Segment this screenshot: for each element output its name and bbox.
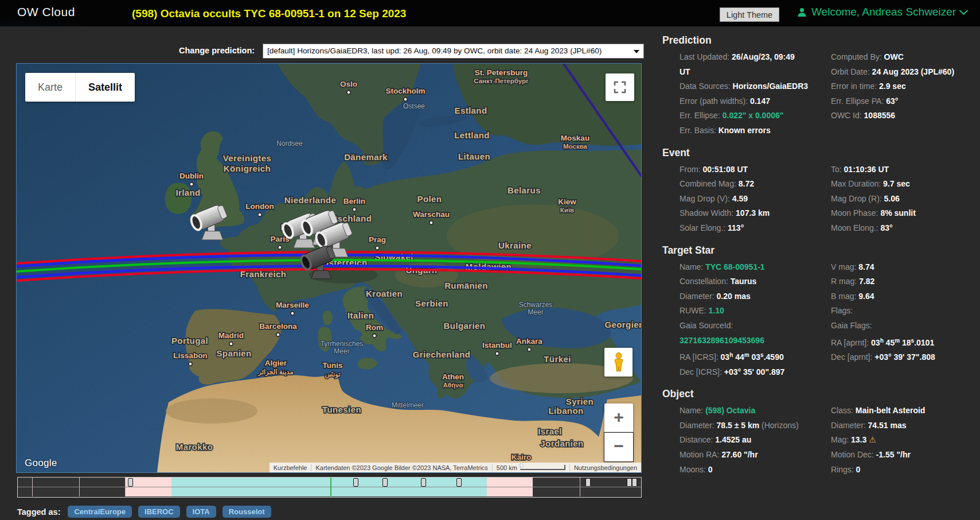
map-label: Ukraine	[498, 240, 532, 250]
field-value: 03	[721, 352, 730, 362]
time-bar-segment	[171, 487, 487, 496]
map-label: Portugal	[171, 336, 208, 346]
time-bar-gridline	[32, 478, 33, 487]
map-type-satellit[interactable]: Satellit	[75, 73, 135, 102]
field-value: 8% sunlit	[880, 208, 915, 218]
field-label: Mag:	[831, 435, 851, 444]
field-label: Rings:	[831, 465, 856, 474]
tag-centraleurope[interactable]: CentralEurope	[68, 506, 132, 518]
field-label: Moon Elong.:	[831, 223, 880, 232]
map-label: Lettland	[454, 130, 490, 140]
field-value: .0101	[914, 338, 934, 347]
field-row: Name: (598) Octavia	[680, 403, 817, 418]
city-dot	[495, 352, 499, 355]
field-value: 83°	[880, 223, 892, 232]
station-chord-marker[interactable]	[421, 478, 426, 487]
map-label: Litauen	[458, 152, 490, 161]
map-label: مدينة الجزائر	[257, 368, 293, 377]
map-label: St. Petersburg	[475, 68, 528, 77]
map-label: Warschau	[413, 210, 450, 219]
zoom-out-button[interactable]: −	[604, 433, 633, 461]
map-label: Prag	[369, 235, 386, 244]
field-row: Err. Basis: Known errors	[680, 123, 817, 138]
field-value-link[interactable]: 3271632896109453696	[680, 336, 764, 345]
tag-rousselot[interactable]: Rousselot	[222, 506, 271, 518]
field-row: Motion RA: 27.60 "/hr	[680, 448, 817, 463]
fullscreen-button[interactable]	[606, 73, 634, 101]
field-value: 2.9 sec	[879, 82, 906, 91]
time-bar-segment	[487, 478, 533, 487]
map-label: Москва	[563, 143, 588, 150]
prediction-select[interactable]: [default] Horizons/GaiaEDR3, last upd: 2…	[263, 44, 644, 59]
field-row: Orbit Date: 24 Aug 2023 (JPL#60)	[831, 65, 975, 80]
pegman-control[interactable]	[604, 348, 632, 377]
field-value: +03° 39' 37".808	[874, 352, 935, 362]
user-menu[interactable]: Welcome, Andreas Schweizer	[797, 6, 967, 18]
google-logo: Google	[25, 457, 57, 469]
map-label: Schwarzes	[519, 301, 553, 309]
map-label: Tyrrhenisches	[321, 340, 364, 348]
event-time-bar[interactable]	[17, 477, 642, 498]
zoom-in-button[interactable]: +	[604, 403, 633, 432]
field-label: B mag:	[831, 292, 858, 301]
field-label: Moon Phase:	[831, 208, 880, 218]
field-label: Computed By:	[831, 52, 884, 61]
map-label: Oslo	[340, 80, 357, 88]
field-value-link[interactable]: (598) Octavia	[705, 406, 755, 415]
map-label: Αθήνα	[443, 382, 463, 389]
station-chord-marker[interactable]	[456, 478, 462, 487]
time-bar-row-top	[18, 478, 641, 487]
city-dot	[376, 246, 379, 250]
map-label: Griechenland	[413, 350, 471, 359]
user-menu-caret-icon	[959, 6, 969, 15]
field-value: Horizons/GaiaEDR3	[733, 82, 808, 91]
map-label: Irland	[175, 188, 200, 197]
occultation-map[interactable]: NordseeOstseeTyrrhenischesMeerSchwarzesM…	[16, 63, 642, 473]
station-chord-marker[interactable]	[627, 478, 632, 487]
map-label: Marseille	[276, 301, 309, 309]
field-row: Diameter: 74.51 mas	[831, 418, 975, 433]
header-bar: OW Cloud (598) Octavia occults TYC 68-00…	[0, 0, 980, 26]
field-value-link[interactable]: TYC 68-00951-1	[705, 262, 765, 271]
field-label: Err. Ellipse:	[680, 111, 723, 120]
field-value: 7.82	[859, 277, 874, 286]
field-row: Shadow Width: 107.3 km	[680, 206, 817, 221]
station-chord-marker[interactable]	[353, 478, 358, 487]
map-label: Dänemark	[344, 152, 388, 162]
section-title: Prediction	[662, 34, 975, 46]
map-label: Tunesien	[322, 405, 361, 414]
map-label: Libanon	[548, 406, 583, 416]
station-chord-marker[interactable]	[382, 478, 388, 487]
tag-iota[interactable]: IOTA	[186, 506, 216, 518]
station-chord-marker[interactable]	[585, 478, 591, 487]
map-type-control[interactable]: Karte Satellit	[25, 73, 135, 102]
map-label: Ankara	[516, 337, 542, 346]
field-value: 01:10:36 UT	[844, 165, 889, 174]
field-value: 24 Aug 2023	[872, 67, 921, 76]
map-label: Spanien	[216, 348, 251, 358]
map-label: Syrien	[566, 397, 594, 406]
field-row: R mag: 7.82	[831, 274, 975, 289]
section-target-star: Target StarName: TYC 68-00951-1Constella…	[662, 245, 975, 380]
city-dot	[353, 208, 356, 211]
terms-link[interactable]: Nutzungsbedingungen	[569, 464, 641, 471]
field-value: m	[895, 337, 900, 344]
field-value: -1.55 "/hr	[876, 450, 911, 459]
keyboard-shortcuts-link[interactable]: Kurzbefehle	[270, 464, 311, 471]
map-label: Athen	[442, 372, 464, 381]
field-value: 13.3	[851, 435, 869, 444]
tag-iberoc[interactable]: IBEROC	[138, 506, 180, 518]
field-row: Moon Phase: 8% sunlit	[831, 206, 975, 221]
light-theme-button[interactable]: Light Theme	[720, 7, 779, 22]
map-label: Georgien	[604, 320, 641, 329]
map-type-karte[interactable]: Karte	[25, 73, 75, 102]
section-prediction: PredictionLast Updated: 26/Aug/23, 09:49…	[662, 34, 975, 138]
time-bar-segment	[533, 487, 641, 496]
field-value: 0	[856, 465, 861, 474]
field-label: Error in time:	[831, 82, 879, 91]
station-chord-marker[interactable]	[128, 478, 133, 487]
field-value: 9.64	[858, 292, 874, 301]
map-scale-bar	[520, 465, 565, 470]
station-chord-marker[interactable]	[632, 478, 637, 487]
time-bar-segment	[126, 487, 171, 496]
